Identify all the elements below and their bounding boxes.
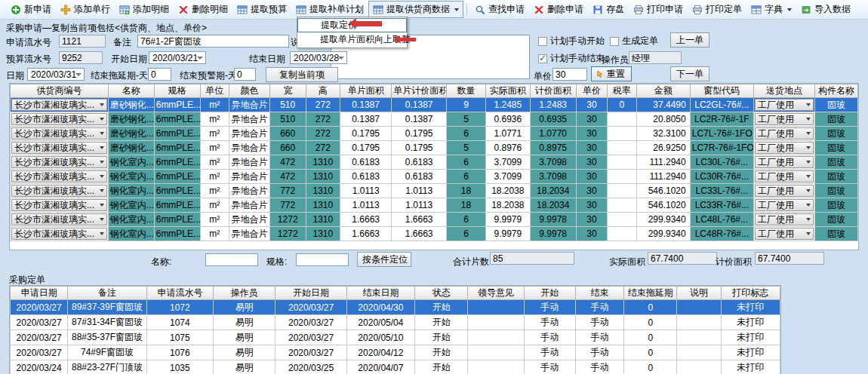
cell-color[interactable]: 异地合片 (229, 170, 270, 184)
delete-detail-button[interactable]: 删除明细 (174, 1, 232, 18)
reset-button[interactable]: 重置 (591, 66, 632, 81)
cell-apply-date[interactable]: 2020/03/27 (11, 345, 68, 360)
cell-tax[interactable]: 0 (608, 98, 637, 112)
order-row[interactable]: 2020/03/24 88#23-27F门顶玻 1035 易明 2020/03/… (11, 360, 780, 374)
cell-status[interactable]: 开始 (415, 300, 468, 315)
cell-piece-area[interactable]: 0.1795 (340, 141, 392, 155)
cell-print-flag[interactable]: 未打印 (721, 360, 780, 374)
cell-serial[interactable]: 1072 (146, 300, 213, 315)
cell-height[interactable]: 272 (306, 127, 340, 141)
cell-height[interactable]: 272 (306, 98, 340, 112)
cell-piece-price-area[interactable]: 0.1387 (392, 112, 447, 127)
cell-name[interactable]: 钢化室内... (108, 227, 154, 241)
start-date-picker[interactable]: 2020/03/21 (149, 51, 206, 64)
warn-days-field[interactable]: 0 (234, 68, 256, 81)
cell-operator[interactable]: 易明 (214, 330, 275, 345)
col-tax[interactable]: 税率 (608, 84, 637, 98)
cell-end-delay[interactable]: 0 (624, 345, 677, 360)
col-remark[interactable]: 备注 (68, 287, 146, 300)
cell-unit-price[interactable]: 30 (576, 213, 608, 227)
cell-spec[interactable]: 6mmPLE... (154, 213, 200, 227)
cell-supplier[interactable]: 长沙市潇湘玻璃实... (11, 184, 109, 198)
cell-operator[interactable]: 易明 (214, 315, 275, 330)
total-pieces-field[interactable]: 85 (490, 252, 574, 265)
cell-width[interactable]: 660 (269, 127, 306, 141)
cell-width[interactable]: 472 (269, 155, 306, 170)
cell-leader-opinion[interactable] (468, 360, 524, 374)
cell-name[interactable]: 钢化室内... (108, 198, 154, 213)
cell-color[interactable]: 异地合片 (229, 213, 270, 227)
cell-price-area[interactable]: 0.6935 (530, 112, 576, 127)
filter-name-input[interactable] (205, 253, 258, 266)
cell-amount[interactable]: 32.3100 (636, 127, 690, 141)
cell-amount[interactable]: 111.2940 (636, 155, 690, 170)
extract-budget-button[interactable]: 提取预算 (232, 1, 291, 18)
cell-spec[interactable]: 6mmPLE... (154, 198, 200, 213)
col-leader-opinion[interactable]: 领导意见 (468, 287, 524, 300)
cell-actual-area[interactable]: 0.6936 (485, 112, 530, 127)
cell-unit-price[interactable]: 30 (576, 198, 608, 213)
cell-note[interactable] (677, 345, 721, 360)
cell-amount[interactable]: 37.4490 (636, 98, 690, 112)
cell-operator[interactable]: 易明 (214, 300, 275, 315)
cell-height[interactable]: 1310 (306, 198, 340, 213)
cell-leader-opinion[interactable] (468, 330, 524, 345)
cell-actual-area[interactable]: 9.9979 (485, 227, 530, 241)
cell-name[interactable]: 钢化室内... (108, 184, 154, 198)
supplier-combobox[interactable]: 长沙市潇湘玻璃实... (11, 113, 107, 125)
cell-component[interactable]: 固玻 (815, 127, 858, 141)
cell-unit[interactable]: m² (200, 141, 229, 155)
cell-name[interactable]: 磨砂钢化... (108, 127, 154, 141)
col-unit[interactable]: 单位 (200, 84, 229, 98)
cell-unit[interactable]: m² (200, 112, 229, 127)
cell-unit-price[interactable]: 30 (576, 170, 608, 184)
cell-amount[interactable]: 111.2940 (636, 170, 690, 184)
cell-amount[interactable]: 26.9250 (636, 141, 690, 155)
cell-window-code[interactable]: LC7R-76#-1FO (690, 141, 753, 155)
cell-amount[interactable]: 299.9340 (636, 213, 690, 227)
order-row[interactable]: 2020/03/27 89#37-39F窗固玻 1072 易明 2020/03/… (11, 300, 780, 315)
cell-apply-date[interactable]: 2020/03/27 (11, 315, 68, 330)
cell-window-code[interactable]: LC33L-76#... (690, 184, 753, 198)
cell-delivery[interactable]: 工厂使用 (753, 155, 814, 170)
copy-current-button[interactable]: 复制当前项 (266, 67, 338, 82)
cell-color[interactable]: 异地合片 (229, 184, 270, 198)
unit-price-field[interactable]: 30 (553, 68, 587, 81)
cell-supplier[interactable]: 长沙市潇湘玻璃实... (11, 155, 109, 170)
cell-piece-price-area[interactable]: 1.6663 (392, 227, 447, 241)
cell-unit[interactable]: m² (200, 155, 229, 170)
cell-qty[interactable]: 6 (447, 227, 486, 241)
menu-item-extract-piece-area-roundup[interactable]: 提取单片面积向上取整 (297, 32, 407, 47)
cell-width[interactable]: 1272 (269, 213, 306, 227)
extract-supplement-plan-button[interactable]: 提取补单计划 (291, 1, 368, 18)
cell-tax[interactable] (608, 213, 637, 227)
cell-actual-area[interactable]: 3.7099 (485, 170, 530, 184)
cell-start[interactable]: 手动 (524, 300, 575, 315)
cell-spec[interactable]: 6mmPLE... (154, 98, 200, 112)
col-note[interactable]: 说明 (677, 287, 721, 300)
cell-qty[interactable]: 9 (447, 98, 486, 112)
cell-unit[interactable]: m² (200, 184, 229, 198)
cell-price-area[interactable]: 18.2034 (530, 198, 576, 213)
cell-print-flag[interactable]: 未打印 (721, 330, 780, 345)
cell-note[interactable] (677, 315, 721, 330)
dictionary-button[interactable]: 字典 (746, 1, 796, 18)
cell-end-date[interactable]: 2020/04/07 (346, 360, 414, 374)
cell-spec[interactable]: 6mmPLE... (154, 184, 200, 198)
cell-piece-area[interactable]: 1.6663 (340, 213, 392, 227)
col-end-date[interactable]: 结束日期 (346, 287, 414, 300)
new-request-button[interactable]: 新申请 (6, 1, 56, 18)
filter-spec-input[interactable] (296, 253, 349, 266)
cell-actual-area[interactable]: 9.9979 (485, 213, 530, 227)
cell-actual-area[interactable]: 1.0771 (485, 127, 530, 141)
cell-qty[interactable]: 6 (447, 170, 486, 184)
delivery-combobox[interactable]: 工厂使用 (755, 213, 814, 225)
cell-remark[interactable]: 88#35-37F窗固玻 (68, 330, 146, 345)
col-start-date[interactable]: 开始日期 (275, 287, 346, 300)
cell-height[interactable]: 272 (306, 141, 340, 155)
cell-unit-price[interactable]: 30 (576, 127, 608, 141)
col-height[interactable]: 高 (306, 84, 340, 98)
cell-price-area[interactable]: 9.9978 (530, 227, 576, 241)
cell-unit[interactable]: m² (200, 213, 229, 227)
col-qty[interactable]: 数量 (447, 84, 486, 98)
